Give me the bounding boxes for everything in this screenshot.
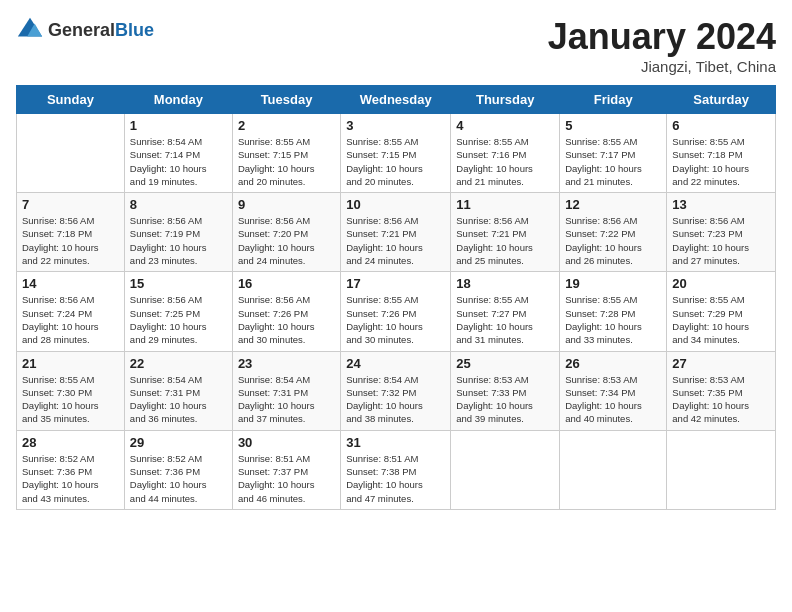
day-info: Sunrise: 8:55 AM Sunset: 7:15 PM Dayligh… (346, 135, 445, 188)
day-info: Sunrise: 8:55 AM Sunset: 7:30 PM Dayligh… (22, 373, 119, 426)
logo-icon (16, 16, 44, 44)
calendar-week-row: 14Sunrise: 8:56 AM Sunset: 7:24 PM Dayli… (17, 272, 776, 351)
day-number: 15 (130, 276, 227, 291)
day-info: Sunrise: 8:56 AM Sunset: 7:21 PM Dayligh… (456, 214, 554, 267)
logo-text-general: General (48, 20, 115, 40)
day-number: 11 (456, 197, 554, 212)
calendar-day-cell: 3Sunrise: 8:55 AM Sunset: 7:15 PM Daylig… (341, 114, 451, 193)
day-info: Sunrise: 8:55 AM Sunset: 7:27 PM Dayligh… (456, 293, 554, 346)
calendar-day-cell: 4Sunrise: 8:55 AM Sunset: 7:16 PM Daylig… (451, 114, 560, 193)
calendar-day-cell: 13Sunrise: 8:56 AM Sunset: 7:23 PM Dayli… (667, 193, 776, 272)
day-info: Sunrise: 8:56 AM Sunset: 7:22 PM Dayligh… (565, 214, 661, 267)
day-number: 7 (22, 197, 119, 212)
day-info: Sunrise: 8:56 AM Sunset: 7:26 PM Dayligh… (238, 293, 335, 346)
day-number: 12 (565, 197, 661, 212)
day-number: 27 (672, 356, 770, 371)
calendar-week-row: 28Sunrise: 8:52 AM Sunset: 7:36 PM Dayli… (17, 430, 776, 509)
calendar-week-row: 1Sunrise: 8:54 AM Sunset: 7:14 PM Daylig… (17, 114, 776, 193)
weekday-header-row: SundayMondayTuesdayWednesdayThursdayFrid… (17, 86, 776, 114)
day-info: Sunrise: 8:52 AM Sunset: 7:36 PM Dayligh… (22, 452, 119, 505)
day-info: Sunrise: 8:56 AM Sunset: 7:21 PM Dayligh… (346, 214, 445, 267)
day-number: 9 (238, 197, 335, 212)
calendar-day-cell: 8Sunrise: 8:56 AM Sunset: 7:19 PM Daylig… (124, 193, 232, 272)
weekday-header-cell: Saturday (667, 86, 776, 114)
calendar-day-cell: 21Sunrise: 8:55 AM Sunset: 7:30 PM Dayli… (17, 351, 125, 430)
day-info: Sunrise: 8:56 AM Sunset: 7:19 PM Dayligh… (130, 214, 227, 267)
calendar-day-cell: 17Sunrise: 8:55 AM Sunset: 7:26 PM Dayli… (341, 272, 451, 351)
logo: GeneralBlue (16, 16, 154, 44)
weekday-header-cell: Sunday (17, 86, 125, 114)
day-info: Sunrise: 8:54 AM Sunset: 7:14 PM Dayligh… (130, 135, 227, 188)
calendar-table: SundayMondayTuesdayWednesdayThursdayFrid… (16, 85, 776, 510)
calendar-day-cell: 11Sunrise: 8:56 AM Sunset: 7:21 PM Dayli… (451, 193, 560, 272)
day-number: 28 (22, 435, 119, 450)
page-header: GeneralBlue January 2024 Jiangzi, Tibet,… (16, 16, 776, 75)
calendar-day-cell: 18Sunrise: 8:55 AM Sunset: 7:27 PM Dayli… (451, 272, 560, 351)
day-info: Sunrise: 8:53 AM Sunset: 7:35 PM Dayligh… (672, 373, 770, 426)
calendar-day-cell: 9Sunrise: 8:56 AM Sunset: 7:20 PM Daylig… (232, 193, 340, 272)
calendar-day-cell: 31Sunrise: 8:51 AM Sunset: 7:38 PM Dayli… (341, 430, 451, 509)
calendar-day-cell: 5Sunrise: 8:55 AM Sunset: 7:17 PM Daylig… (560, 114, 667, 193)
calendar-day-cell: 29Sunrise: 8:52 AM Sunset: 7:36 PM Dayli… (124, 430, 232, 509)
day-number: 17 (346, 276, 445, 291)
day-info: Sunrise: 8:51 AM Sunset: 7:37 PM Dayligh… (238, 452, 335, 505)
weekday-header-cell: Monday (124, 86, 232, 114)
calendar-day-cell: 20Sunrise: 8:55 AM Sunset: 7:29 PM Dayli… (667, 272, 776, 351)
day-number: 14 (22, 276, 119, 291)
calendar-day-cell (17, 114, 125, 193)
day-number: 31 (346, 435, 445, 450)
day-number: 29 (130, 435, 227, 450)
day-number: 22 (130, 356, 227, 371)
calendar-day-cell: 30Sunrise: 8:51 AM Sunset: 7:37 PM Dayli… (232, 430, 340, 509)
day-info: Sunrise: 8:55 AM Sunset: 7:16 PM Dayligh… (456, 135, 554, 188)
day-info: Sunrise: 8:55 AM Sunset: 7:17 PM Dayligh… (565, 135, 661, 188)
month-title: January 2024 (548, 16, 776, 58)
day-number: 21 (22, 356, 119, 371)
calendar-week-row: 21Sunrise: 8:55 AM Sunset: 7:30 PM Dayli… (17, 351, 776, 430)
day-number: 19 (565, 276, 661, 291)
title-block: January 2024 Jiangzi, Tibet, China (548, 16, 776, 75)
calendar-day-cell: 15Sunrise: 8:56 AM Sunset: 7:25 PM Dayli… (124, 272, 232, 351)
day-info: Sunrise: 8:56 AM Sunset: 7:25 PM Dayligh… (130, 293, 227, 346)
day-info: Sunrise: 8:54 AM Sunset: 7:31 PM Dayligh… (238, 373, 335, 426)
day-info: Sunrise: 8:54 AM Sunset: 7:31 PM Dayligh… (130, 373, 227, 426)
weekday-header-cell: Wednesday (341, 86, 451, 114)
day-number: 20 (672, 276, 770, 291)
day-number: 1 (130, 118, 227, 133)
calendar-day-cell: 28Sunrise: 8:52 AM Sunset: 7:36 PM Dayli… (17, 430, 125, 509)
calendar-day-cell: 2Sunrise: 8:55 AM Sunset: 7:15 PM Daylig… (232, 114, 340, 193)
calendar-day-cell: 1Sunrise: 8:54 AM Sunset: 7:14 PM Daylig… (124, 114, 232, 193)
day-number: 8 (130, 197, 227, 212)
day-number: 6 (672, 118, 770, 133)
calendar-day-cell: 14Sunrise: 8:56 AM Sunset: 7:24 PM Dayli… (17, 272, 125, 351)
day-number: 4 (456, 118, 554, 133)
day-number: 24 (346, 356, 445, 371)
day-number: 26 (565, 356, 661, 371)
day-info: Sunrise: 8:53 AM Sunset: 7:34 PM Dayligh… (565, 373, 661, 426)
location-title: Jiangzi, Tibet, China (548, 58, 776, 75)
calendar-day-cell: 26Sunrise: 8:53 AM Sunset: 7:34 PM Dayli… (560, 351, 667, 430)
day-number: 25 (456, 356, 554, 371)
day-info: Sunrise: 8:55 AM Sunset: 7:26 PM Dayligh… (346, 293, 445, 346)
calendar-body: 1Sunrise: 8:54 AM Sunset: 7:14 PM Daylig… (17, 114, 776, 510)
day-number: 2 (238, 118, 335, 133)
calendar-day-cell: 7Sunrise: 8:56 AM Sunset: 7:18 PM Daylig… (17, 193, 125, 272)
day-number: 5 (565, 118, 661, 133)
day-info: Sunrise: 8:53 AM Sunset: 7:33 PM Dayligh… (456, 373, 554, 426)
calendar-day-cell: 27Sunrise: 8:53 AM Sunset: 7:35 PM Dayli… (667, 351, 776, 430)
calendar-day-cell: 24Sunrise: 8:54 AM Sunset: 7:32 PM Dayli… (341, 351, 451, 430)
day-number: 18 (456, 276, 554, 291)
calendar-day-cell: 25Sunrise: 8:53 AM Sunset: 7:33 PM Dayli… (451, 351, 560, 430)
day-info: Sunrise: 8:51 AM Sunset: 7:38 PM Dayligh… (346, 452, 445, 505)
day-info: Sunrise: 8:56 AM Sunset: 7:20 PM Dayligh… (238, 214, 335, 267)
calendar-day-cell: 19Sunrise: 8:55 AM Sunset: 7:28 PM Dayli… (560, 272, 667, 351)
weekday-header-cell: Friday (560, 86, 667, 114)
calendar-day-cell: 12Sunrise: 8:56 AM Sunset: 7:22 PM Dayli… (560, 193, 667, 272)
calendar-day-cell: 6Sunrise: 8:55 AM Sunset: 7:18 PM Daylig… (667, 114, 776, 193)
calendar-day-cell (667, 430, 776, 509)
day-info: Sunrise: 8:55 AM Sunset: 7:15 PM Dayligh… (238, 135, 335, 188)
calendar-week-row: 7Sunrise: 8:56 AM Sunset: 7:18 PM Daylig… (17, 193, 776, 272)
calendar-day-cell: 16Sunrise: 8:56 AM Sunset: 7:26 PM Dayli… (232, 272, 340, 351)
day-info: Sunrise: 8:54 AM Sunset: 7:32 PM Dayligh… (346, 373, 445, 426)
calendar-day-cell (451, 430, 560, 509)
